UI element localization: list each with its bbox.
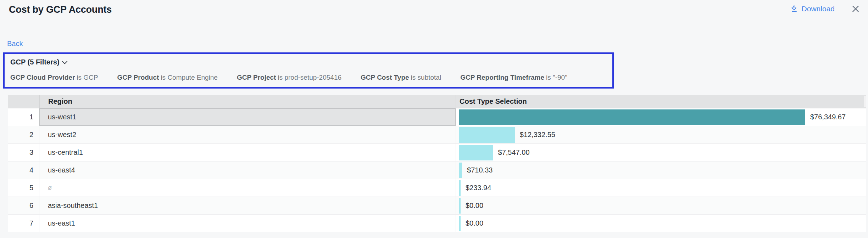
cost-bar (459, 216, 461, 231)
region-cell[interactable]: asia-southeast1 (39, 197, 456, 214)
filter-field-name: GCP Product (117, 74, 159, 81)
cost-bar (459, 180, 461, 196)
top-actions: Download (790, 4, 860, 13)
table-row[interactable]: 4 us-east4 $710.33 (8, 162, 866, 179)
filter-summary[interactable]: GCP (5 Filters) (10, 58, 67, 66)
filter-summary-label: GCP (5 Filters) (10, 58, 60, 66)
row-number: 7 (8, 215, 39, 232)
cost-value: $12,332.55 (520, 131, 555, 139)
cost-cell: $0.00 (456, 215, 866, 232)
cost-column-header[interactable]: Cost Type Selection (456, 95, 866, 108)
download-button[interactable]: Download (790, 5, 835, 13)
filter-field-name: GCP Cost Type (361, 74, 409, 81)
filter-condition: GCP Productis Compute Engine (117, 74, 217, 81)
corner-header-cell (8, 95, 39, 108)
cost-value: $7,547.00 (498, 148, 530, 157)
cost-bar (459, 145, 493, 160)
download-icon (790, 5, 798, 13)
filter-condition: GCP Cost Typeis subtotal (361, 74, 441, 81)
table-row[interactable]: 2 us-west2 $12,332.55 (8, 126, 866, 144)
region-cell[interactable]: us-west2 (39, 126, 456, 143)
page-title: Cost by GCP Accounts (9, 4, 112, 15)
cost-bar (459, 163, 462, 178)
table-row[interactable]: 3 us-central1 $7,547.00 (8, 144, 866, 162)
table-row[interactable]: 7 us-east1 $0.00 (8, 215, 866, 232)
filter-box: GCP (5 Filters) GCP Cloud Provideris GCP… (3, 52, 614, 89)
region-cell[interactable]: us-west1 (39, 108, 456, 126)
cost-report-panel: Cost by GCP Accounts Download Back GCP (… (0, 0, 868, 238)
row-number: 2 (8, 126, 39, 143)
row-number: 6 (8, 197, 39, 214)
scrollbar-track[interactable] (864, 96, 866, 107)
filter-field-value: is subtotal (411, 74, 441, 81)
table-row[interactable]: 6 asia-southeast1 $0.00 (8, 197, 866, 215)
cost-cell: $0.00 (456, 197, 866, 214)
row-number: 3 (8, 144, 39, 161)
filter-condition: GCP Projectis prod-setup-205416 (237, 74, 341, 81)
filter-field-name: GCP Cloud Provider (10, 74, 75, 81)
region-cell[interactable]: us-central1 (39, 144, 456, 161)
cost-bar (459, 127, 515, 143)
row-number: 4 (8, 162, 39, 179)
region-cell[interactable]: ø (39, 179, 456, 197)
cost-cell: $710.33 (456, 162, 866, 179)
filter-condition: GCP Cloud Provideris GCP (10, 74, 98, 81)
close-button[interactable] (851, 4, 860, 13)
cost-bar (459, 109, 805, 125)
cost-bar (459, 198, 461, 214)
cost-cell: $12,332.55 (456, 126, 866, 143)
filter-field-name: GCP Project (237, 74, 276, 81)
table-body: 1 us-west1 $76,349.67 2 us-west2 $12,332… (8, 108, 866, 232)
cost-value: $76,349.67 (810, 113, 846, 121)
cost-value: $0.00 (466, 219, 483, 227)
filter-condition: GCP Reporting Timeframeis "-90" (460, 74, 567, 81)
filter-field-value: is "-90" (546, 74, 567, 81)
back-link[interactable]: Back (7, 40, 23, 48)
filter-field-value: is prod-setup-205416 (278, 74, 341, 81)
row-number: 1 (8, 108, 39, 126)
region-cell[interactable]: us-east1 (39, 215, 456, 232)
filter-list: GCP Cloud Provideris GCP GCP Productis C… (10, 74, 607, 81)
region-column-header[interactable]: Region (39, 95, 456, 108)
table-row[interactable]: 1 us-west1 $76,349.67 (8, 108, 866, 126)
cost-value: $0.00 (466, 202, 483, 210)
cost-cell: $233.94 (456, 179, 866, 197)
cost-cell: $76,349.67 (456, 108, 866, 126)
table-row[interactable]: 5 ø $233.94 (8, 179, 866, 197)
cost-value: $710.33 (467, 166, 493, 174)
filter-field-value: is GCP (77, 74, 98, 81)
filter-field-value: is Compute Engine (161, 74, 218, 81)
region-cell[interactable]: us-east4 (39, 162, 456, 179)
filter-field-name: GCP Reporting Timeframe (460, 74, 544, 81)
download-label: Download (802, 5, 835, 13)
table-header: Region Cost Type Selection (8, 95, 866, 108)
row-number: 5 (8, 179, 39, 197)
chevron-down-icon (62, 58, 67, 64)
cost-table: Region Cost Type Selection 1 us-west1 $7… (8, 95, 866, 232)
cost-cell: $7,547.00 (456, 144, 866, 161)
cost-value: $233.94 (466, 184, 491, 192)
close-icon (851, 4, 860, 13)
